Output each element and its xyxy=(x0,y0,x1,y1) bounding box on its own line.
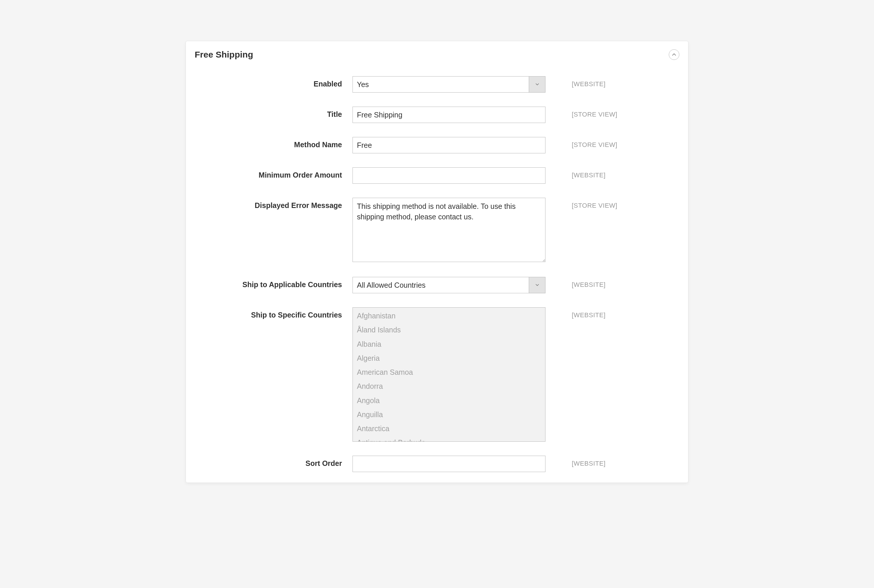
enabled-select[interactable]: Yes xyxy=(352,76,545,93)
form-body: Enabled Yes [WEBSITE] Title [STO xyxy=(186,68,688,483)
collapse-button[interactable] xyxy=(669,50,679,60)
label-sort-order: Sort Order xyxy=(195,456,352,468)
country-option[interactable]: Åland Islands xyxy=(353,323,545,337)
label-ship-specific: Ship to Specific Countries xyxy=(195,307,352,319)
method-name-input[interactable] xyxy=(352,137,545,153)
scope-ship-applicable: [WEBSITE] xyxy=(545,277,606,289)
country-option[interactable]: Anguilla xyxy=(353,408,545,422)
country-option[interactable]: Antigua and Barbuda xyxy=(353,435,545,442)
row-ship-specific: Ship to Specific Countries AfghanistanÅl… xyxy=(195,307,679,442)
label-method-name: Method Name xyxy=(195,137,352,149)
chevron-up-icon xyxy=(672,53,676,56)
row-min-order: Minimum Order Amount [WEBSITE] xyxy=(195,167,679,184)
country-option[interactable]: American Samoa xyxy=(353,365,545,379)
country-option[interactable]: Afghanistan xyxy=(353,309,545,323)
country-option[interactable]: Angola xyxy=(353,393,545,408)
error-msg-textarea[interactable]: This shipping method is not available. T… xyxy=(352,198,545,262)
panel-title: Free Shipping xyxy=(195,50,253,60)
ship-applicable-select-value: All Allowed Countries xyxy=(353,277,529,293)
label-enabled: Enabled xyxy=(195,76,352,88)
panel-header: Free Shipping xyxy=(186,41,688,68)
row-sort-order: Sort Order [WEBSITE] xyxy=(195,456,679,472)
enabled-select-arrow xyxy=(529,76,545,92)
scope-enabled: [WEBSITE] xyxy=(545,76,606,88)
row-error-msg: Displayed Error Message This shipping me… xyxy=(195,198,679,263)
enabled-select-value: Yes xyxy=(353,76,529,92)
title-input[interactable] xyxy=(352,106,545,123)
row-ship-applicable: Ship to Applicable Countries All Allowed… xyxy=(195,277,679,293)
chevron-down-icon xyxy=(536,284,539,286)
label-ship-applicable: Ship to Applicable Countries xyxy=(195,277,352,289)
min-order-input[interactable] xyxy=(352,167,545,184)
row-title: Title [STORE VIEW] xyxy=(195,106,679,123)
label-min-order: Minimum Order Amount xyxy=(195,167,352,179)
ship-applicable-select-arrow xyxy=(529,277,545,293)
scope-error-msg: [STORE VIEW] xyxy=(545,198,617,209)
scope-title: [STORE VIEW] xyxy=(545,106,617,118)
scope-min-order: [WEBSITE] xyxy=(545,167,606,179)
country-option[interactable]: Albania xyxy=(353,337,545,351)
country-option[interactable]: Antarctica xyxy=(353,422,545,435)
chevron-down-icon xyxy=(536,83,539,86)
scope-sort-order: [WEBSITE] xyxy=(545,456,606,467)
ship-specific-multiselect[interactable]: AfghanistanÅland IslandsAlbaniaAlgeriaAm… xyxy=(352,307,545,442)
scope-method-name: [STORE VIEW] xyxy=(545,137,617,148)
label-title: Title xyxy=(195,106,352,118)
free-shipping-panel: Free Shipping Enabled Yes [WEBSITE] xyxy=(186,41,688,483)
sort-order-input[interactable] xyxy=(352,456,545,472)
country-option[interactable]: Algeria xyxy=(353,351,545,365)
row-method-name: Method Name [STORE VIEW] xyxy=(195,137,679,153)
row-enabled: Enabled Yes [WEBSITE] xyxy=(195,76,679,93)
label-error-msg: Displayed Error Message xyxy=(195,198,352,210)
ship-applicable-select[interactable]: All Allowed Countries xyxy=(352,277,545,293)
scope-ship-specific: [WEBSITE] xyxy=(545,307,606,319)
country-option[interactable]: Andorra xyxy=(353,379,545,393)
